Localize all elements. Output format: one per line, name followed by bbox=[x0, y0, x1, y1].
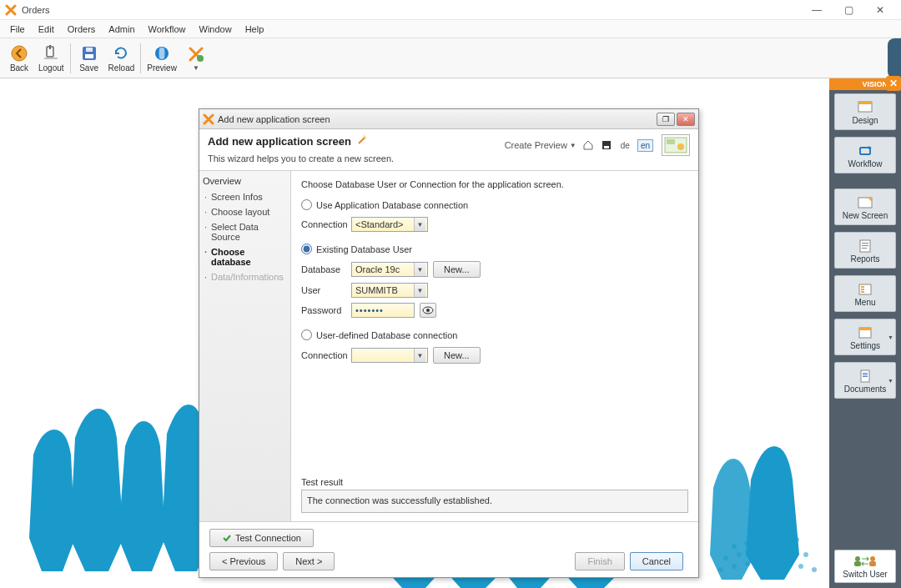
menu-orders[interactable]: Orders bbox=[61, 23, 103, 36]
svg-rect-52 bbox=[854, 561, 861, 566]
svg-point-14 bbox=[723, 555, 728, 560]
svg-rect-35 bbox=[858, 102, 872, 104]
radio-userdef-input[interactable] bbox=[301, 329, 312, 340]
reload-label: Reload bbox=[108, 63, 135, 73]
workflow-icon bbox=[858, 143, 873, 159]
nav-select-data-source[interactable]: Select Data Source bbox=[203, 219, 287, 244]
radio-app-conn-input[interactable] bbox=[301, 199, 312, 210]
panel-reports-button[interactable]: Reports bbox=[834, 232, 896, 269]
svg-rect-50 bbox=[863, 376, 868, 377]
svg-point-13 bbox=[794, 537, 799, 542]
menu-edit[interactable]: Edit bbox=[32, 23, 61, 36]
dialog-titlebar[interactable]: Add new application screen ❐ ✕ bbox=[199, 109, 698, 129]
dialog-button-bar: Test Connection < Previous Next > Finish… bbox=[199, 521, 698, 577]
menu-help[interactable]: Help bbox=[239, 23, 271, 36]
switch-user-button[interactable]: Switch User bbox=[834, 550, 896, 583]
nav-screen-infos[interactable]: Screen Infos bbox=[203, 189, 287, 204]
home-icon[interactable] bbox=[581, 138, 595, 152]
panel-documents-button[interactable]: Documents ▼ bbox=[834, 362, 896, 399]
connection2-combo[interactable]: ▼ bbox=[351, 348, 428, 363]
svg-point-25 bbox=[772, 560, 777, 565]
svg-point-18 bbox=[777, 548, 782, 553]
preview-thumbnail[interactable] bbox=[662, 134, 690, 156]
svg-point-12 bbox=[782, 535, 787, 540]
dialog-header: Add new application screen This wizard h… bbox=[199, 129, 698, 171]
back-button[interactable]: Back bbox=[3, 40, 35, 77]
radio-existing-input[interactable] bbox=[301, 244, 312, 254]
next-button[interactable]: Next > bbox=[283, 552, 335, 570]
panel-newscreen-button[interactable]: New Screen bbox=[834, 188, 896, 225]
create-preview-link[interactable]: Create Preview ▼ bbox=[505, 140, 576, 150]
close-button[interactable]: ✕ bbox=[864, 0, 896, 20]
previous-button[interactable]: < Previous bbox=[209, 552, 278, 570]
password-reveal-button[interactable] bbox=[420, 303, 436, 318]
back-label: Back bbox=[10, 63, 28, 73]
preview-icon bbox=[152, 43, 172, 63]
reload-button[interactable]: Reload bbox=[105, 40, 138, 77]
lang-de[interactable]: de bbox=[618, 140, 632, 151]
nav-data-informations: Data/Informations bbox=[203, 269, 287, 284]
nav-overview: Overview bbox=[203, 176, 287, 186]
dropdown-caret-icon: ▼ bbox=[193, 64, 199, 72]
extras-button[interactable]: ▼ bbox=[180, 40, 212, 77]
connection-combo[interactable]: <Standard> ▼ bbox=[351, 217, 428, 232]
chevron-down-icon: ▼ bbox=[570, 142, 576, 149]
database-label: Database bbox=[301, 264, 346, 274]
radio-use-app-connection[interactable]: Use Application Database connection bbox=[301, 199, 688, 210]
logout-label: Logout bbox=[38, 63, 64, 73]
switch-user-label: Switch User bbox=[843, 570, 887, 579]
chevron-down-icon: ▼ bbox=[888, 378, 893, 384]
menu-admin[interactable]: Admin bbox=[102, 23, 141, 36]
svg-point-7 bbox=[197, 55, 204, 62]
panel-settings-button[interactable]: Settings ▼ bbox=[834, 319, 896, 355]
settings-icon bbox=[858, 324, 872, 341]
test-connection-button[interactable]: Test Connection bbox=[209, 529, 314, 547]
svg-point-16 bbox=[750, 550, 755, 555]
radio-existing-db-user[interactable]: Existing Database User bbox=[301, 244, 688, 254]
new-database-button[interactable]: New... bbox=[433, 261, 481, 278]
nav-choose-layout[interactable]: Choose layout bbox=[203, 204, 287, 219]
content-intro: Choose Database User or Connection for t… bbox=[301, 179, 688, 189]
svg-point-61 bbox=[426, 309, 430, 312]
nav-choose-database[interactable]: Choose database bbox=[203, 244, 287, 269]
radio-userdef-connection[interactable]: User-defined Database connection bbox=[301, 329, 688, 340]
svg-rect-38 bbox=[862, 243, 868, 244]
svg-rect-56 bbox=[604, 146, 609, 148]
menu-workflow[interactable]: Workflow bbox=[142, 23, 193, 36]
svg-point-22 bbox=[732, 564, 737, 569]
dialog-close-button[interactable]: ✕ bbox=[677, 113, 695, 126]
wizard-dialog: Add new application screen ❐ ✕ Add new a… bbox=[199, 108, 699, 578]
cancel-button[interactable]: Cancel bbox=[630, 552, 683, 570]
newscreen-icon bbox=[858, 194, 873, 211]
logout-icon bbox=[41, 43, 61, 63]
menu-window[interactable]: Window bbox=[193, 23, 239, 36]
svg-point-27 bbox=[798, 564, 803, 569]
new-connection-button[interactable]: New... bbox=[433, 347, 481, 364]
window-title: Orders bbox=[22, 5, 801, 15]
edge-badge bbox=[888, 38, 901, 78]
panel-reports-label: Reports bbox=[850, 254, 879, 264]
save-button[interactable]: Save bbox=[73, 40, 105, 77]
maximize-button[interactable]: ▢ bbox=[833, 0, 864, 20]
minimize-button[interactable]: — bbox=[801, 0, 833, 20]
svg-rect-48 bbox=[863, 373, 868, 374]
reports-icon bbox=[858, 238, 872, 254]
database-combo[interactable]: Oracle 19c ▼ bbox=[351, 262, 428, 277]
vision-x-icon[interactable]: ✕ bbox=[886, 76, 901, 91]
lang-en[interactable]: en bbox=[637, 139, 653, 152]
svg-point-51 bbox=[855, 556, 860, 561]
dialog-restore-button[interactable]: ❐ bbox=[657, 113, 675, 126]
logout-button[interactable]: Logout bbox=[35, 40, 68, 77]
floppy-icon[interactable] bbox=[600, 138, 613, 152]
preview-button[interactable]: Preview bbox=[143, 40, 180, 77]
chevron-down-icon: ▼ bbox=[414, 284, 425, 297]
panel-newscreen-label: New Screen bbox=[843, 211, 888, 220]
panel-menu-button[interactable]: Menu bbox=[834, 275, 896, 312]
menu-file[interactable]: File bbox=[3, 23, 32, 36]
panel-design-button[interactable]: Design bbox=[834, 93, 896, 130]
panel-workflow-button[interactable]: Workflow bbox=[834, 137, 896, 173]
user-combo[interactable]: SUMMITB ▼ bbox=[351, 283, 428, 298]
password-input[interactable]: ••••••• bbox=[351, 303, 415, 318]
panel-menu-label: Menu bbox=[854, 298, 875, 307]
right-panel: VISION ✕ Design Workflow New Screen Repo… bbox=[829, 78, 901, 588]
